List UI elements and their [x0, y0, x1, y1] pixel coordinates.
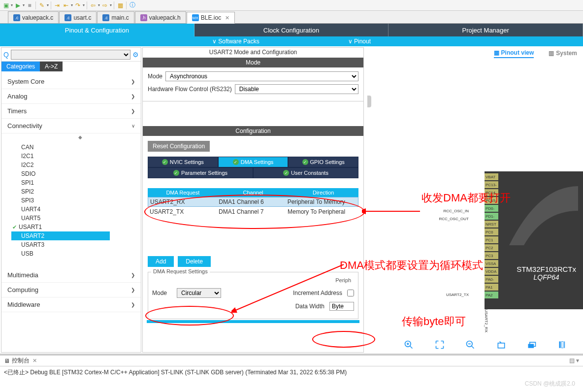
system-view-button[interactable]: ▥ System — [549, 50, 577, 58]
file-tab-main-c[interactable]: .cmain.c — [97, 11, 134, 23]
pin-left[interactable]: PC2 — [485, 244, 498, 251]
search-input[interactable] — [11, 50, 130, 60]
chip-name: STM32F103RCTx — [517, 265, 576, 273]
reset-config-button[interactable]: Reset Configuration — [148, 141, 210, 152]
periph-uart4[interactable]: UART4 — [19, 205, 141, 214]
pin-left[interactable]: PC3 — [485, 252, 498, 259]
hw-flow-select[interactable]: Disable — [235, 84, 358, 94]
periph-usart1[interactable]: USART1 — [19, 223, 141, 231]
tab-dma[interactable]: ✓DMA Settings — [218, 157, 289, 167]
periph-i2c2[interactable]: I2C2 — [19, 161, 141, 169]
pin-left[interactable]: PA0- — [485, 276, 498, 283]
step2-icon[interactable]: ⇤ — [62, 1, 70, 9]
periph-sdio[interactable]: SDIO — [19, 169, 141, 178]
step-icon[interactable]: ⇥ — [53, 1, 61, 9]
cat-system-core[interactable]: System Core❯ — [1, 74, 141, 89]
zoom-out-icon[interactable] — [465, 340, 475, 350]
categories-panel: Q ⚙ Categories A->Z System Core❯ Analog❯… — [1, 47, 141, 353]
cat-timers[interactable]: Timers❯ — [1, 104, 141, 119]
tab-param[interactable]: ✓Parameter Settings — [148, 167, 253, 178]
tab-categories[interactable]: Categories — [1, 62, 40, 71]
add-button[interactable]: Add — [148, 256, 174, 267]
dma-row-rx[interactable]: USART2_RXDMA1 Channel 6Peripheral To Mem… — [148, 197, 358, 207]
tab-clock-config[interactable]: Clock Configuration — [194, 24, 389, 36]
collapse-icon[interactable]: ◆ — [19, 133, 141, 143]
config-header: Configuration — [143, 126, 363, 136]
dma-mode-select[interactable]: Circular — [177, 288, 221, 298]
pinout-menu[interactable]: ∨ Pinout — [348, 38, 371, 45]
search-icon: Q — [3, 51, 9, 59]
pin-left[interactable]: VDDA — [485, 268, 498, 275]
run-icon[interactable]: ▶ — [14, 1, 22, 9]
tab-user[interactable]: ✓User Constants — [253, 167, 358, 178]
step3-icon[interactable]: ↷ — [74, 1, 82, 9]
console-tab-label[interactable]: 控制台 — [12, 357, 30, 365]
data-width-input[interactable] — [329, 302, 354, 311]
zoom-in-icon[interactable] — [404, 340, 414, 350]
pin-left[interactable]: NRST — [485, 221, 498, 228]
delete-button[interactable]: Delete — [178, 256, 211, 267]
periph-usart2[interactable]: USART2 — [11, 231, 110, 240]
subbar: ∨ Software Packs ∨ Pinout — [0, 36, 583, 46]
file-tab-ble-ioc[interactable]: MXBLE.ioc✕ — [187, 12, 235, 24]
pin-left[interactable]: VBAT — [485, 173, 498, 180]
tab-az[interactable]: A->Z — [40, 62, 63, 71]
periph-spi1[interactable]: SPI1 — [19, 178, 141, 187]
file-tab-valuepack-c[interactable]: .cvaluepack.c — [8, 11, 59, 23]
rotate-icon[interactable] — [496, 340, 506, 350]
file-tab-usart-c[interactable]: .cusart.c — [59, 11, 97, 23]
cat-analog[interactable]: Analog❯ — [1, 89, 141, 104]
periph-spi2[interactable]: SPI2 — [19, 187, 141, 196]
pin-left[interactable]: PD1- — [485, 213, 498, 220]
layers-icon[interactable] — [527, 340, 537, 350]
mode-label: Mode — [148, 73, 162, 80]
dma-row-tx[interactable]: USART2_TXDMA1 Channel 7Memory To Periphe… — [148, 207, 358, 217]
file-tabs: .cvaluepack.c .cusart.c .cmain.c .hvalue… — [0, 11, 583, 24]
info-icon[interactable]: ⓘ — [129, 1, 136, 9]
pin-left[interactable]: PC13- — [485, 181, 498, 188]
file-tab-valuepack-h[interactable]: .hvaluepack.h — [135, 11, 186, 23]
tab-pinout-config[interactable]: Pinout & Configuration — [0, 24, 194, 36]
list-icon[interactable] — [558, 340, 568, 350]
pin-left[interactable]: PD0- — [485, 205, 498, 212]
cat-multimedia[interactable]: Multimedia❯ — [1, 268, 141, 283]
cat-middleware[interactable]: Middleware❯ — [1, 297, 141, 312]
periph-can[interactable]: CAN — [19, 143, 141, 152]
console-menu-icon[interactable]: ▤ ▾ — [569, 357, 579, 364]
pin-left[interactable]: VSSA — [485, 260, 498, 267]
pin-left[interactable]: PA1 — [485, 284, 498, 291]
pin-left[interactable]: PA2 — [485, 292, 498, 298]
close-icon[interactable]: ✕ — [32, 358, 37, 364]
pin-left[interactable]: PC1 — [485, 236, 498, 243]
periph-usart3[interactable]: USART3 — [19, 240, 141, 249]
pin-left[interactable]: PC0 — [485, 229, 498, 235]
periph-usb[interactable]: USB — [19, 249, 141, 258]
increment-checkbox[interactable] — [347, 290, 354, 296]
pin-left[interactable]: PC14- — [485, 189, 498, 196]
periph-i2c1[interactable]: I2C1 — [19, 152, 141, 161]
software-packs-menu[interactable]: ∨ Software Packs — [212, 38, 259, 45]
new-icon[interactable]: ▣ — [2, 1, 10, 9]
stop-icon[interactable]: ■ — [26, 1, 33, 9]
wand-icon[interactable]: ✎ — [38, 1, 46, 9]
mode-select[interactable]: Asynchronous — [165, 71, 358, 81]
cat-connectivity[interactable]: Connectivity∨ — [1, 119, 141, 133]
doc-icon[interactable]: ▦ — [116, 1, 124, 9]
periph-uart5[interactable]: UART5 — [19, 214, 141, 223]
pinout-view-button[interactable]: ▦ Pinout view — [494, 49, 534, 58]
gear-icon[interactable]: ⚙ — [132, 51, 139, 59]
cat-computing[interactable]: Computing❯ — [1, 283, 141, 297]
periph-spi3[interactable]: SPI3 — [19, 196, 141, 205]
fwd-icon[interactable]: ⇨ — [101, 1, 109, 9]
tab-nvic[interactable]: ✓NVIC Settings — [148, 157, 218, 167]
fit-icon[interactable] — [435, 340, 445, 350]
config-title: USART2 Mode and Configuration — [143, 48, 363, 58]
back-icon[interactable]: ⇦ — [89, 1, 97, 9]
chip-body: STM32F103RCTxLQFP64 — [485, 171, 583, 309]
tab-gpio[interactable]: ✓GPIO Settings — [288, 157, 358, 167]
pin-bottom[interactable]: USART2_RX — [484, 309, 488, 339]
pin-left[interactable]: PC15- — [485, 197, 498, 204]
tab-project-manager[interactable]: Project Manager — [389, 24, 583, 36]
close-icon[interactable]: ✕ — [225, 15, 229, 21]
col-channel: Channel — [218, 190, 289, 196]
